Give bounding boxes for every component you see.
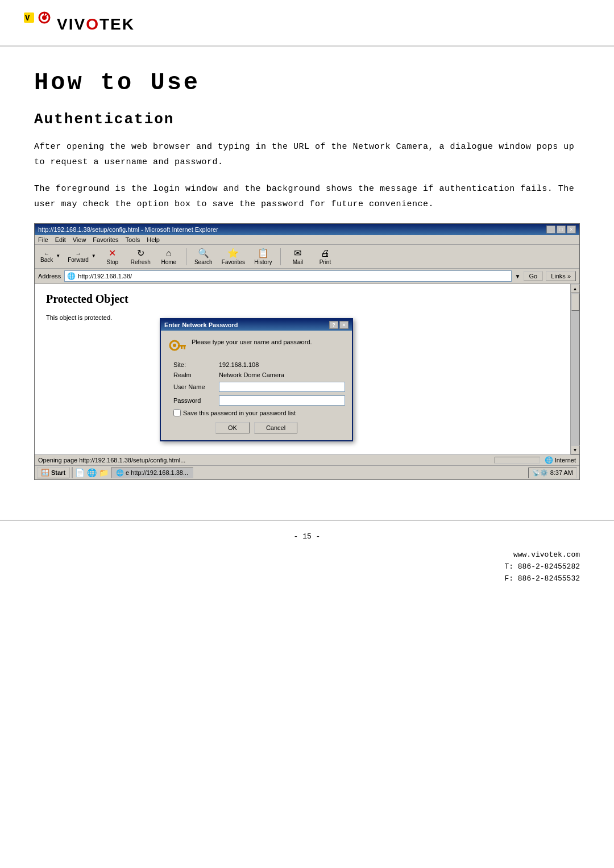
save-password-checkbox[interactable] bbox=[173, 409, 181, 416]
links-button[interactable]: Links » bbox=[546, 271, 576, 281]
back-icon: ← bbox=[44, 251, 49, 257]
username-label: User Name bbox=[173, 383, 219, 390]
scroll-down-button[interactable]: ▼ bbox=[571, 445, 580, 454]
taskbar-separator bbox=[72, 467, 73, 478]
body-paragraph-1: After opening the web browser and typing… bbox=[34, 139, 580, 170]
protected-object-title: Protected Object bbox=[46, 293, 557, 306]
taskbar-browser-label: e http://192.168.1.38... bbox=[126, 469, 188, 476]
refresh-icon: ↻ bbox=[137, 248, 144, 258]
restore-button[interactable]: □ bbox=[557, 226, 566, 233]
dialog-checkbox-area: Save this password in your password list bbox=[168, 409, 345, 416]
main-content: How to Use Authentication After opening … bbox=[0, 47, 614, 508]
dialog-content: Please type your user name and password.… bbox=[161, 331, 352, 440]
ok-button[interactable]: OK bbox=[215, 422, 250, 433]
toolbar-sep-1 bbox=[186, 248, 186, 265]
back-button[interactable]: ← Back bbox=[38, 249, 55, 264]
forward-button[interactable]: → Forward bbox=[65, 249, 91, 264]
username-input[interactable] bbox=[219, 382, 345, 392]
taskbar-browser-item[interactable]: 🌐 e http://192.168.1.38... bbox=[111, 468, 193, 478]
print-icon: 🖨 bbox=[321, 248, 330, 258]
history-label: History bbox=[254, 259, 272, 265]
site-value: 192.168.1.108 bbox=[219, 361, 259, 368]
forward-dropdown[interactable]: ▼ bbox=[91, 253, 97, 258]
taskbar-icon-2[interactable]: 🌐 bbox=[87, 468, 97, 477]
taskbar-icon-3[interactable]: 📁 bbox=[99, 468, 109, 477]
dropdown-arrow[interactable]: ▼ bbox=[515, 273, 521, 279]
browser-window-controls: _ □ × bbox=[546, 226, 576, 233]
home-button[interactable]: ⌂ Home bbox=[157, 247, 180, 266]
start-icon: 🪟 bbox=[41, 469, 49, 477]
favorites-label: Favorites bbox=[222, 259, 245, 265]
browser-screenshot: http://192.168.1.38/setup/config.html - … bbox=[34, 223, 580, 480]
close-button[interactable]: × bbox=[567, 226, 576, 233]
minimize-button[interactable]: _ bbox=[546, 226, 555, 233]
browser-titlebar: http://192.168.1.38/setup/config.html - … bbox=[35, 224, 579, 235]
history-icon: 📋 bbox=[258, 248, 269, 258]
tray-icons: 📡⚙️ bbox=[532, 469, 548, 477]
start-button[interactable]: 🪟 Start bbox=[37, 467, 69, 478]
status-text: Opening page http://192.168.1.38/setup/c… bbox=[38, 457, 490, 464]
scrollbar[interactable]: ▲ ▼ bbox=[570, 284, 579, 454]
search-label: Search bbox=[194, 259, 213, 265]
print-label: Print bbox=[320, 259, 331, 265]
start-label: Start bbox=[51, 469, 65, 476]
dialog-controls: ? × bbox=[329, 321, 349, 329]
favorites-icon: ⭐ bbox=[227, 248, 239, 258]
dialog-username-field: User Name bbox=[168, 382, 345, 392]
status-progress-bar bbox=[495, 457, 540, 464]
taskbar-icon-1[interactable]: 📄 bbox=[75, 468, 85, 477]
home-label: Home bbox=[161, 259, 176, 265]
menu-edit[interactable]: Edit bbox=[55, 236, 66, 243]
address-page-icon: 🌐 bbox=[67, 272, 76, 280]
forward-icon: → bbox=[76, 251, 81, 257]
scroll-thumb[interactable] bbox=[571, 294, 579, 311]
address-value[interactable]: http://192.168.1.38/ bbox=[78, 273, 132, 279]
stop-icon: ✕ bbox=[109, 248, 116, 258]
address-input-container: 🌐 http://192.168.1.38/ bbox=[64, 270, 511, 282]
search-button[interactable]: 🔍 Search bbox=[192, 247, 215, 266]
dialog-close-button[interactable]: × bbox=[339, 321, 349, 329]
taskbar: 🪟 Start 📄 🌐 📁 🌐 e http://192.168.1.38...… bbox=[35, 465, 579, 479]
menu-tools[interactable]: Tools bbox=[126, 236, 140, 243]
section-title: Authentication bbox=[34, 111, 580, 128]
menu-view[interactable]: View bbox=[73, 236, 86, 243]
svg-rect-9 bbox=[184, 347, 185, 349]
save-password-label: Save this password in your password list bbox=[183, 410, 296, 416]
search-icon: 🔍 bbox=[198, 248, 209, 258]
history-button[interactable]: 📋 History bbox=[252, 247, 275, 266]
print-button[interactable]: 🖨 Print bbox=[314, 247, 337, 266]
website: www.vivotek.com bbox=[504, 549, 580, 561]
svg-rect-8 bbox=[178, 345, 186, 347]
go-button[interactable]: Go bbox=[524, 271, 542, 281]
password-input[interactable] bbox=[219, 395, 345, 406]
cancel-button[interactable]: Cancel bbox=[254, 422, 297, 433]
tray-clock: 8:37 AM bbox=[550, 469, 573, 476]
dialog-titlebar: Enter Network Password ? × bbox=[161, 319, 352, 331]
dialog-buttons: OK Cancel bbox=[168, 422, 345, 433]
dialog-password-field: Password bbox=[168, 395, 345, 406]
scroll-up-button[interactable]: ▲ bbox=[571, 284, 580, 293]
back-dropdown[interactable]: ▼ bbox=[55, 253, 61, 258]
toolbar-sep-2 bbox=[280, 248, 281, 265]
refresh-button[interactable]: ↻ Refresh bbox=[128, 247, 153, 266]
mail-label: Mail bbox=[293, 259, 303, 265]
browser-menubar: File Edit View Favorites Tools Help bbox=[35, 235, 579, 245]
menu-file[interactable]: File bbox=[38, 236, 48, 243]
dialog-help-button[interactable]: ? bbox=[329, 321, 338, 329]
back-label: Back bbox=[40, 257, 53, 263]
vivotek-logo-icon: V bbox=[23, 11, 51, 37]
zone-label: Internet bbox=[555, 457, 576, 464]
realm-value: Network Dome Camera bbox=[219, 372, 284, 378]
favorites-button[interactable]: ⭐ Favorites bbox=[219, 247, 247, 266]
svg-point-7 bbox=[173, 344, 176, 347]
dialog-key-icon bbox=[168, 337, 186, 356]
phone: T: 886-2-82455282 bbox=[504, 561, 580, 573]
menu-help[interactable]: Help bbox=[147, 236, 160, 243]
menu-favorites[interactable]: Favorites bbox=[93, 236, 118, 243]
browser-toolbar: ← Back ▼ → Forward ▼ ✕ Stop ↻ Refresh bbox=[35, 245, 579, 269]
stop-button[interactable]: ✕ Stop bbox=[101, 247, 124, 266]
home-icon: ⌂ bbox=[166, 248, 172, 258]
password-dialog: Enter Network Password ? × bbox=[160, 318, 353, 441]
mail-button[interactable]: ✉ Mail bbox=[287, 247, 309, 266]
dialog-realm-field: Realm Network Dome Camera bbox=[168, 372, 345, 378]
